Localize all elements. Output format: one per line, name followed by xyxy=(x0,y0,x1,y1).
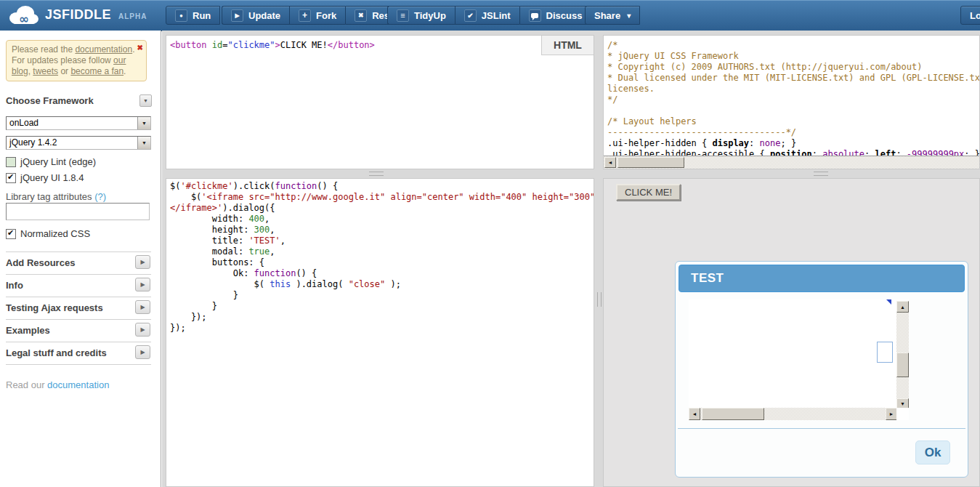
login-button[interactable]: Login xyxy=(960,6,980,25)
horizontal-scrollbar[interactable]: ◄ xyxy=(604,156,979,169)
run-label: Run xyxy=(193,10,211,21)
cloud-infinity-icon: ∞ xyxy=(7,4,39,25)
horizontal-scrollbar[interactable]: ◄ ► xyxy=(689,408,898,420)
fan-link[interactable]: become a fan xyxy=(70,66,123,76)
scroll-down-icon[interactable]: ▼ xyxy=(896,398,909,408)
jquery-lint-checkbox[interactable] xyxy=(6,157,16,167)
panel-resize-grip[interactable] xyxy=(597,292,602,307)
jquery-ui-label: jQuery UI 1.8.4 xyxy=(20,172,84,183)
sidebar-item-add-resources[interactable]: Add Resources xyxy=(6,257,75,268)
onload-select[interactable]: onLoad ▼ xyxy=(6,116,151,130)
fork-button[interactable]: + Fork xyxy=(289,6,345,25)
divider xyxy=(6,297,151,297)
fork-icon: + xyxy=(299,9,311,22)
scrollbar-corner xyxy=(896,408,909,420)
panel-resize-grip[interactable] xyxy=(369,172,384,176)
scroll-left-icon[interactable]: ◄ xyxy=(604,157,616,168)
chevron-down-icon: ▾ xyxy=(627,12,631,20)
vertical-scrollbar[interactable]: ▲ ▼ xyxy=(896,301,909,408)
discuss-icon xyxy=(529,9,541,22)
tidyup-icon: ≡ xyxy=(397,9,409,22)
scrollbar-thumb[interactable] xyxy=(617,157,684,168)
clickme-button[interactable]: CLICK ME! xyxy=(616,184,681,201)
share-button[interactable]: Share ▾ xyxy=(585,6,640,25)
divider xyxy=(6,364,151,365)
panel-resize-grip[interactable] xyxy=(814,172,828,176)
sidebar-item-info[interactable]: Info xyxy=(6,280,23,291)
normalized-css-row: Normalized CSS xyxy=(6,228,90,239)
js-editor-panel: $('#clickme').click(function() { $('<ifr… xyxy=(166,178,594,487)
iframe-search-box[interactable] xyxy=(877,342,893,363)
scroll-left-icon[interactable]: ◄ xyxy=(689,408,700,420)
expand-icon[interactable]: ▶ xyxy=(135,300,150,314)
tidyup-label: TidyUp xyxy=(414,10,446,21)
expand-icon[interactable]: ▶ xyxy=(135,323,150,337)
html-editor[interactable]: <button id="clickme">CLICK ME!</button> xyxy=(166,36,594,169)
documentation-link[interactable]: documentation xyxy=(47,379,109,390)
help-icon[interactable]: (?) xyxy=(94,191,106,202)
jquery-ui-row: jQuery UI 1.8.4 xyxy=(6,172,84,183)
tidyup-button[interactable]: ≡ TidyUp xyxy=(387,6,455,25)
css-editor[interactable]: /** jQuery UI CSS Framework* Copyright (… xyxy=(604,36,979,156)
jslint-button[interactable]: ✔ JSLint xyxy=(455,6,519,25)
svg-text:∞: ∞ xyxy=(19,12,29,25)
notice-text: or xyxy=(58,66,70,76)
iframe-content-decoration xyxy=(886,299,891,305)
fork-label: Fork xyxy=(316,10,336,21)
dialog-iframe[interactable]: ▲ ▼ ◄ ► xyxy=(689,299,909,420)
ok-button[interactable]: Ok xyxy=(915,440,950,464)
dialog-titlebar[interactable]: TEST xyxy=(679,265,965,292)
framework-select-value: jQuery 1.4.2 xyxy=(9,137,57,148)
html-tab[interactable]: HTML xyxy=(541,36,594,55)
expand-icon[interactable]: ▶ xyxy=(135,255,150,269)
onload-select-value: onLoad xyxy=(9,118,39,128)
scrollbar-thumb[interactable] xyxy=(896,353,909,377)
sidebar: Please read the documentation. For updat… xyxy=(0,31,161,487)
expand-icon[interactable]: ▶ xyxy=(135,345,150,359)
js-editor[interactable]: $('#clickme').click(function() { $('<ifr… xyxy=(166,179,594,486)
divider xyxy=(6,342,151,342)
chevron-down-icon: ▼ xyxy=(137,117,150,129)
result-panel: CLICK ME! TEST ▲ ▼ ◄ ► Ok xyxy=(603,178,980,487)
divider xyxy=(6,251,151,252)
expand-icon[interactable]: ▶ xyxy=(135,278,150,291)
footer-note: Read our documentation xyxy=(6,379,109,390)
library-attrs-label: Library tag attributes (?) xyxy=(6,191,106,202)
jslint-label: JSLint xyxy=(482,10,511,21)
update-button[interactable]: ▶ Update xyxy=(222,6,289,25)
jsfiddle-logo[interactable]: ∞ JSFIDDLE ALPHA xyxy=(7,4,147,25)
framework-collapse-button[interactable]: ▼ xyxy=(139,94,152,107)
share-label: Share xyxy=(594,10,620,21)
notice-text: Please read the xyxy=(12,44,75,55)
normalized-css-checkbox[interactable] xyxy=(6,229,16,239)
tweets-link[interactable]: tweets xyxy=(33,66,58,76)
jslint-icon: ✔ xyxy=(464,9,477,22)
scroll-up-icon[interactable]: ▲ xyxy=(896,301,909,313)
chevron-down-icon: ▼ xyxy=(137,137,150,149)
update-label: Update xyxy=(248,10,280,21)
logo-text: JSFIDDLE xyxy=(45,7,111,23)
jquery-lint-label: jQuery Lint (edge) xyxy=(20,156,96,167)
html-editor-panel: <button id="clickme">CLICK ME!</button> … xyxy=(166,35,594,169)
jquery-lint-row: jQuery Lint (edge) xyxy=(6,156,96,167)
run-button[interactable]: ● Run xyxy=(166,6,220,25)
jquery-ui-checkbox[interactable] xyxy=(6,173,16,183)
test-dialog: TEST ▲ ▼ ◄ ► Ok xyxy=(675,261,968,478)
framework-version-select[interactable]: jQuery 1.4.2 ▼ xyxy=(6,136,151,150)
divider xyxy=(6,274,151,275)
sidebar-item-examples[interactable]: Examples xyxy=(6,325,50,336)
scrollbar-thumb[interactable] xyxy=(702,408,764,420)
discuss-label: Discuss xyxy=(546,10,583,21)
scroll-right-icon[interactable]: ► xyxy=(886,408,897,420)
normalized-css-label: Normalized CSS xyxy=(20,228,90,239)
login-label: Login xyxy=(970,10,980,21)
css-editor-panel: /** jQuery UI CSS Framework* Copyright (… xyxy=(603,35,980,169)
sidebar-item-testing-ajax[interactable]: Testing Ajax requests xyxy=(6,302,103,313)
choose-framework-heading: Choose Framework xyxy=(6,95,94,106)
sidebar-item-legal[interactable]: Legal stuff and credits xyxy=(6,347,107,358)
logo-alpha-badge: ALPHA xyxy=(118,12,147,20)
notice-box: Please read the documentation. For updat… xyxy=(6,40,147,81)
library-attrs-input[interactable] xyxy=(6,203,150,220)
close-icon[interactable]: ✖ xyxy=(137,42,143,53)
documentation-link[interactable]: documentation xyxy=(75,44,132,55)
